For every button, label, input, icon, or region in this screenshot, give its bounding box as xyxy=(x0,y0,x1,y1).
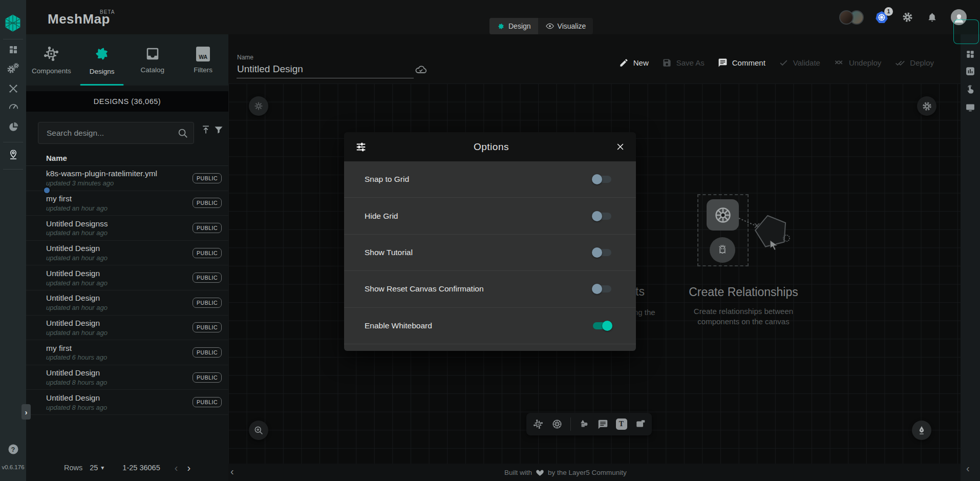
design-row[interactable]: my first updated an hour ago PUBLIC xyxy=(26,191,228,216)
sidebar-item-meshmap-pin[interactable] xyxy=(7,149,19,161)
shapes-tool-icon[interactable] xyxy=(579,419,590,430)
toggle-knob xyxy=(592,247,602,258)
design-row[interactable]: Untitled Designss updated an hour ago PU… xyxy=(26,216,228,241)
right-drawer-toggle-button[interactable] xyxy=(953,19,979,44)
toggle-knob xyxy=(602,321,612,331)
monitor-icon[interactable] xyxy=(965,102,976,113)
tutorial-desc-line1: Create relationships between xyxy=(667,306,820,317)
comment-tool-icon[interactable] xyxy=(598,419,608,430)
context-count-badge: 1 xyxy=(884,7,893,16)
options-modal-header: Options xyxy=(344,132,636,161)
design-row[interactable]: my first updated 6 hours ago PUBLIC xyxy=(26,340,228,365)
settings-gear-icon[interactable] xyxy=(902,11,913,23)
components-chip-icon xyxy=(42,45,60,62)
action-label: Deploy xyxy=(910,58,934,67)
right-rail-collapse-chevron[interactable]: ‹ xyxy=(966,463,970,474)
design-actions-toolbar: New Save As Comment Validate Undeploy De… xyxy=(619,58,934,68)
rows-per-page-caret-icon[interactable]: ▾ xyxy=(101,464,104,471)
rows-per-page-select[interactable]: 25 xyxy=(90,464,98,472)
design-row[interactable]: k8s-wasm-plugin-ratelimiter.yml updated … xyxy=(26,166,228,191)
sidebar-item-lifecycle[interactable] xyxy=(7,62,19,75)
panel-tab-filters[interactable]: WA Filters xyxy=(178,34,228,86)
new-button[interactable]: New xyxy=(619,58,649,68)
whiteboard-pen-button[interactable] xyxy=(912,421,931,440)
undeploy-button[interactable]: Undeploy xyxy=(834,58,881,68)
footer-left-chevron[interactable]: ‹ xyxy=(230,466,234,477)
option-label: Enable Whiteboard xyxy=(365,321,432,330)
catalog-drawer-icon xyxy=(145,46,160,61)
sidebar-item-dashboard[interactable] xyxy=(8,45,18,55)
option-row-show-tutorial: Show Tutorial xyxy=(344,235,636,271)
design-updated: updated an hour ago xyxy=(46,304,108,311)
tutorial-card-description: Create relationships between components … xyxy=(667,306,820,327)
option-label: Snap to Grid xyxy=(365,175,409,184)
text-tool-icon[interactable]: T xyxy=(616,419,627,430)
tab-visualize[interactable]: Visualize xyxy=(538,18,593,34)
import-design-icon[interactable] xyxy=(201,124,211,135)
design-row[interactable]: Untitled Design updated an hour ago PUBL… xyxy=(26,241,228,266)
active-tab-underline xyxy=(80,84,124,86)
visibility-badge: PUBLIC xyxy=(193,298,222,308)
cloud-saved-icon xyxy=(415,64,427,76)
help-button[interactable]: ? xyxy=(8,445,18,454)
close-icon[interactable] xyxy=(616,142,625,151)
show-reset-canvas-confirmation-toggle[interactable] xyxy=(593,285,611,292)
deploy-button[interactable]: Deploy xyxy=(894,58,934,68)
next-page-button[interactable]: › xyxy=(187,462,190,474)
show-tutorial-toggle[interactable] xyxy=(593,249,611,256)
layer5-logo-icon[interactable] xyxy=(3,13,23,33)
components-tool-icon[interactable] xyxy=(532,419,544,430)
canvas-settings-flower-button[interactable] xyxy=(249,96,268,116)
panel-tab-label: Designs xyxy=(90,68,115,75)
kubernetes-tool-icon[interactable] xyxy=(551,419,563,430)
design-row[interactable]: Untitled Design updated 8 hours ago PUBL… xyxy=(26,365,228,390)
footer-credit: Built with by the Layer5 Community xyxy=(504,464,627,481)
tune-sliders-icon xyxy=(355,141,367,153)
chart-panel-icon[interactable] xyxy=(965,66,976,77)
collaborator-avatar-1[interactable] xyxy=(839,10,854,25)
sidebar-item-configuration[interactable] xyxy=(8,83,18,94)
sidebar-item-extensions[interactable] xyxy=(8,121,19,133)
save-as-button[interactable]: Save As xyxy=(662,58,705,68)
media-tool-icon[interactable] xyxy=(635,419,646,430)
visibility-badge: PUBLIC xyxy=(193,347,222,358)
design-row[interactable]: Untitled Design updated an hour ago PUBL… xyxy=(26,290,228,316)
enable-whiteboard-toggle[interactable] xyxy=(593,322,611,329)
list-column-header: Name xyxy=(46,154,67,162)
widgets-grid-icon[interactable] xyxy=(965,49,975,59)
search-input[interactable] xyxy=(46,128,177,138)
comment-button[interactable]: Comment xyxy=(718,58,765,68)
canvas-gear-button[interactable] xyxy=(917,96,936,116)
touch-interaction-icon[interactable] xyxy=(965,85,976,95)
flower-gear-icon xyxy=(253,101,264,111)
meshmap-app: MeshMap BETA Design Visualize 1 xyxy=(0,0,980,481)
design-updated: updated an hour ago xyxy=(46,204,108,212)
panel-tab-components[interactable]: Components xyxy=(26,34,77,86)
sidebar-item-performance[interactable] xyxy=(8,100,19,112)
panel-tab-catalog[interactable]: Catalog xyxy=(127,34,178,86)
visibility-badge: PUBLIC xyxy=(193,372,222,383)
notifications-bell-icon[interactable] xyxy=(927,12,938,23)
design-pinwheel-icon xyxy=(497,22,505,31)
gear-icon xyxy=(922,101,932,112)
validate-button[interactable]: Validate xyxy=(779,58,820,68)
tutorial-desc-line2: components on the canvas xyxy=(667,317,820,327)
designs-pinwheel-icon xyxy=(93,45,111,63)
panel-tab-designs[interactable]: Designs xyxy=(77,34,127,86)
panel-collapse-chevron[interactable]: › xyxy=(22,404,31,420)
panel-tab-label: Catalog xyxy=(141,66,165,74)
check-icon xyxy=(779,58,789,68)
filter-funnel-icon[interactable] xyxy=(214,124,224,135)
design-row[interactable]: Untitled Design updated 8 hours ago PUBL… xyxy=(26,390,228,415)
design-row[interactable]: Untitled Design updated an hour ago PUBL… xyxy=(26,316,228,341)
tab-design[interactable]: Design xyxy=(489,18,538,34)
kubernetes-context-button[interactable]: 1 xyxy=(875,11,888,24)
design-row[interactable]: Untitled Design updated an hour ago PUBL… xyxy=(26,265,228,290)
snap-to-grid-toggle[interactable] xyxy=(593,176,611,183)
hide-grid-toggle[interactable] xyxy=(593,213,611,220)
toggle-knob xyxy=(592,211,602,221)
heart-icon xyxy=(536,468,544,477)
previous-page-button[interactable]: ‹ xyxy=(175,462,178,474)
design-name-input[interactable] xyxy=(237,62,414,78)
zoom-in-button[interactable] xyxy=(249,421,268,440)
